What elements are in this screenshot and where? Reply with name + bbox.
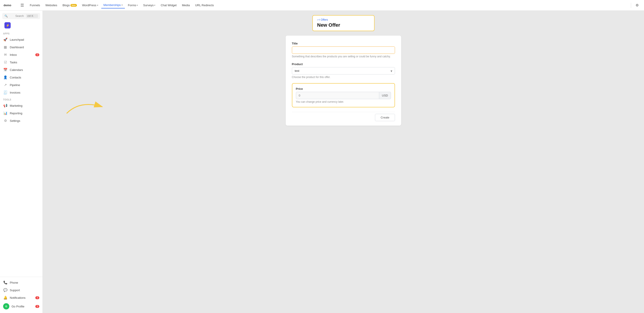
sidebar-item-inbox[interactable]: ✉ Inbox 0 bbox=[0, 51, 42, 59]
hamburger-button[interactable]: ☰ bbox=[20, 2, 25, 9]
settings-icon: ⚙ bbox=[3, 119, 8, 123]
nav-surveys[interactable]: Surveys ▾ bbox=[141, 2, 158, 8]
create-button[interactable]: Create bbox=[375, 114, 395, 121]
sidebar-item-reporting[interactable]: 📊 Reporting bbox=[0, 109, 42, 117]
page-title: New Offer bbox=[317, 22, 370, 28]
launchpad-icon: 🚀 bbox=[3, 38, 8, 42]
sidebar-item-dashboard[interactable]: ▦ Dashboard bbox=[0, 43, 42, 51]
form-actions: Create bbox=[292, 112, 395, 121]
memberships-chevron: ▾ bbox=[122, 4, 122, 6]
arrow-annotation bbox=[62, 96, 111, 119]
price-section: Price USD You can change price and curre… bbox=[292, 83, 395, 107]
pipeline-icon: ↗ bbox=[3, 83, 8, 87]
nav-memberships[interactable]: Memberships ▾ bbox=[101, 2, 125, 9]
forms-chevron: ▾ bbox=[136, 4, 138, 7]
nav-url-redirects[interactable]: URL Redirects bbox=[193, 2, 216, 8]
sidebar-item-settings[interactable]: ⚙ Settings bbox=[0, 117, 42, 125]
sidebar-item-calendars[interactable]: 📅 Calendars bbox=[0, 66, 42, 74]
nav-media[interactable]: Media bbox=[180, 2, 192, 8]
top-navigation: demo ☰ Funnels Websites Blogs New WordPr… bbox=[0, 0, 644, 11]
dashboard-icon: ▦ bbox=[3, 45, 8, 49]
nav-chat-widget[interactable]: Chat Widget bbox=[158, 2, 179, 8]
back-chevron-icon: ‹ bbox=[317, 18, 318, 21]
sidebar-search[interactable]: 🔍 Search ctrl K bbox=[2, 13, 40, 19]
calendars-icon: 📅 bbox=[3, 68, 8, 72]
product-select-wrapper: test ▾ bbox=[292, 67, 395, 75]
inbox-badge: 0 bbox=[35, 53, 39, 56]
product-field-group: Product test ▾ Choose the product for th… bbox=[292, 63, 395, 79]
profile-badge: 9 bbox=[35, 305, 39, 308]
app-logo: demo bbox=[4, 4, 17, 7]
notifications-icon: 🔔 bbox=[3, 296, 8, 300]
sidebar-item-launchpad[interactable]: 🚀 Launchpad bbox=[0, 36, 42, 43]
product-select[interactable]: test bbox=[292, 67, 395, 75]
apps-section-label: Apps bbox=[0, 30, 42, 36]
title-hint: Something that describes the products yo… bbox=[292, 55, 395, 58]
price-input[interactable] bbox=[296, 92, 379, 99]
price-label: Price bbox=[296, 87, 391, 91]
sidebar-item-invoices[interactable]: 🧾 Invoices bbox=[0, 89, 42, 96]
lightning-button[interactable]: ⚡ bbox=[4, 22, 11, 29]
surveys-chevron: ▾ bbox=[154, 4, 155, 7]
avatar: G bbox=[3, 303, 9, 309]
invoices-icon: 🧾 bbox=[3, 91, 8, 95]
title-field-group: Title Something that describes the produ… bbox=[292, 42, 395, 58]
nav-forms[interactable]: Forms ▾ bbox=[126, 2, 140, 8]
settings-gear-button[interactable]: ⚙ bbox=[634, 2, 640, 8]
nav-websites[interactable]: Websites bbox=[43, 2, 59, 8]
price-hint: You can change price and currency later. bbox=[296, 100, 391, 103]
main-layout: 🔍 Search ctrl K ⚡ Apps 🚀 Launchpad ▦ Das… bbox=[0, 11, 644, 313]
price-currency: USD bbox=[379, 92, 391, 99]
nav-blogs[interactable]: Blogs New bbox=[60, 2, 79, 8]
wordpress-chevron: ▾ bbox=[97, 4, 98, 7]
sidebar-item-tasks[interactable]: ☑ Tasks bbox=[0, 59, 42, 66]
back-link[interactable]: ‹ < Offers bbox=[317, 18, 370, 21]
sidebar-bottom: 📞 Phone 💬 Support 🔔 Notifications 4 G Go… bbox=[0, 277, 42, 313]
support-icon: 💬 bbox=[3, 288, 8, 292]
sidebar: 🔍 Search ctrl K ⚡ Apps 🚀 Launchpad ▦ Das… bbox=[0, 11, 43, 313]
reporting-icon: 📊 bbox=[3, 111, 8, 115]
contacts-icon: 👤 bbox=[3, 75, 8, 79]
page-header: ‹ < Offers New Offer bbox=[312, 15, 374, 31]
sidebar-item-support[interactable]: 💬 Support bbox=[0, 286, 42, 294]
title-input[interactable] bbox=[292, 47, 395, 54]
form-card: Title Something that describes the produ… bbox=[286, 36, 401, 126]
marketing-icon: 📢 bbox=[3, 104, 8, 108]
nav-funnels[interactable]: Funnels bbox=[28, 2, 42, 8]
sidebar-item-pipeline[interactable]: ↗ Pipeline bbox=[0, 81, 42, 89]
sidebar-item-marketing[interactable]: 📢 Marketing bbox=[0, 102, 42, 109]
inbox-icon: ✉ bbox=[3, 53, 8, 57]
sidebar-item-phone[interactable]: 📞 Phone bbox=[0, 279, 42, 286]
title-label: Title bbox=[292, 42, 395, 45]
product-hint: Choose the product for this offer. bbox=[292, 76, 395, 79]
blogs-new-badge: New bbox=[70, 4, 77, 7]
phone-icon: 📞 bbox=[3, 280, 8, 284]
notifications-badge: 4 bbox=[35, 296, 39, 299]
tasks-icon: ☑ bbox=[3, 60, 8, 64]
product-label: Product bbox=[292, 63, 395, 66]
sidebar-item-profile[interactable]: G Go Profile 9 bbox=[0, 301, 42, 311]
main-content: ‹ < Offers New Offer Title Something tha… bbox=[43, 11, 644, 313]
search-shortcut: ctrl K bbox=[26, 14, 38, 18]
sidebar-item-notifications[interactable]: 🔔 Notifications 4 bbox=[0, 294, 42, 301]
search-icon: 🔍 bbox=[4, 15, 14, 18]
sidebar-item-contacts[interactable]: 👤 Contacts bbox=[0, 74, 42, 81]
nav-wordpress[interactable]: WordPress ▾ bbox=[80, 2, 100, 8]
tools-section-label: Tools bbox=[0, 96, 42, 102]
price-input-row: USD bbox=[296, 92, 391, 99]
